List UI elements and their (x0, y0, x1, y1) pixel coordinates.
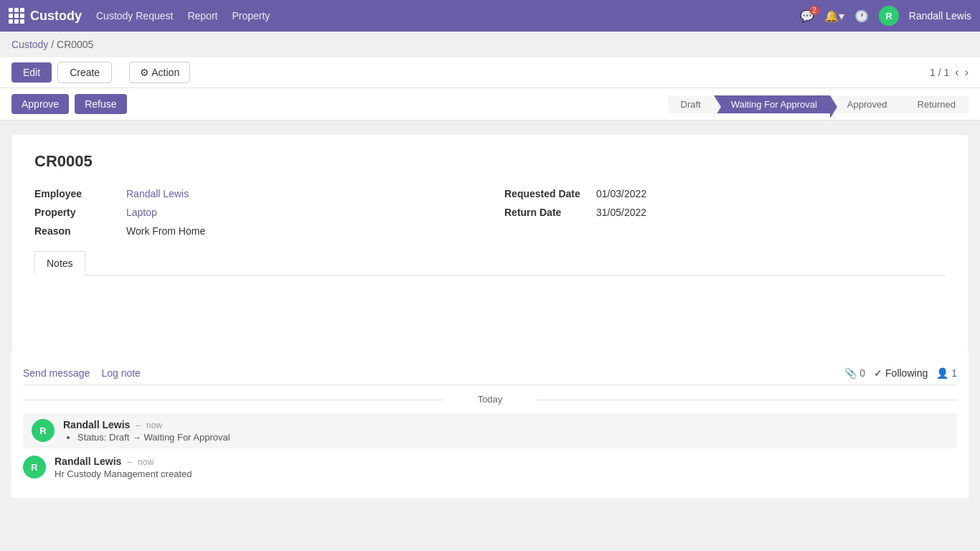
requested-date-field-row: Requested Date 01/03/2022 (504, 188, 946, 199)
breadcrumb-parent[interactable]: Custody (11, 39, 48, 50)
return-date-label: Return Date (504, 207, 590, 218)
topnav-right: 💬 2 🔔▾ 🕐 R Randall Lewis (800, 6, 971, 26)
msg-content: Randall Lewis – now Hr Custody Managemen… (55, 456, 957, 479)
status-step-waiting[interactable]: Waiting For Approval (714, 95, 830, 113)
messages-badge: 2 (809, 6, 819, 15)
followers-button[interactable]: 👤 1 (936, 367, 957, 379)
return-date-field-row: Return Date 31/05/2022 (504, 207, 946, 218)
property-label: Property (34, 207, 121, 218)
breadcrumb-current: CR0005 (57, 39, 93, 50)
requested-date-label: Requested Date (504, 188, 590, 199)
chatter-meta: 📎 0 ✓ Following 👤 1 (844, 367, 957, 379)
pagination-text: 1 / 1 (930, 67, 949, 78)
attachments-count: 0 (859, 367, 865, 379)
app-logo[interactable]: Custody (9, 8, 82, 24)
property-value[interactable]: Laptop (126, 207, 157, 218)
attachments: 📎 0 (844, 367, 865, 379)
checkmark-icon: ✓ (874, 367, 882, 379)
refuse-button[interactable]: Refuse (75, 94, 126, 114)
create-button[interactable]: Create (57, 62, 112, 83)
record-id: CR0005 (34, 152, 946, 171)
reason-value: Work From Home (126, 225, 205, 237)
following-button[interactable]: ✓ Following (874, 367, 928, 379)
today-divider: Today (23, 394, 957, 405)
toolbar: Edit Create ⚙ Action 1 / 1 ‹ › (0, 57, 980, 88)
followers-count: 1 (951, 367, 957, 379)
statusbar: Approve Refuse Draft Waiting For Approva… (0, 88, 980, 121)
msg-avatar: R (23, 456, 46, 479)
next-button[interactable]: › (965, 66, 969, 79)
employee-label: Employee (34, 188, 121, 199)
user-name: Randall Lewis (909, 10, 971, 22)
user-avatar: R (879, 6, 899, 26)
msg-body: Hr Custody Management created (55, 468, 957, 479)
log-note-button[interactable]: Log note (101, 367, 141, 379)
pagination: 1 / 1 ‹ › (930, 66, 969, 79)
msg-body: Status: Draft → Waiting For Approval (63, 432, 948, 443)
message-item: R Randall Lewis – now Hr Custody Managem… (23, 448, 957, 486)
notes-content (34, 276, 946, 333)
following-label: Following (885, 367, 928, 379)
breadcrumb-separator: / (51, 39, 57, 50)
form-card: CR0005 Employee Randall Lewis Property L… (11, 135, 969, 350)
approve-button[interactable]: Approve (11, 94, 69, 114)
return-date-value: 31/05/2022 (596, 207, 646, 218)
employee-field-row: Employee Randall Lewis (34, 188, 476, 199)
clock-icon-btn[interactable]: 🕐 (854, 9, 869, 23)
people-icon: 👤 (936, 367, 948, 379)
status-pipeline: Draft Waiting For Approval Approved Retu… (668, 95, 969, 113)
msg-name: Randall Lewis (55, 456, 121, 467)
status-step-returned[interactable]: Returned (900, 95, 969, 113)
msg-time: now (138, 457, 154, 467)
notes-tab-bar: Notes (34, 251, 946, 276)
app-name: Custody (30, 9, 82, 24)
msg-content: Randall Lewis – now Status: Draft → Wait… (63, 419, 948, 443)
status-step-approved[interactable]: Approved (830, 95, 900, 113)
msg-header: Randall Lewis – now (63, 419, 948, 430)
reason-field-row: Reason Work From Home (34, 225, 476, 237)
paperclip-icon: 📎 (844, 367, 857, 379)
chatter: Send message Log note 📎 0 ✓ Following 👤 … (11, 350, 969, 498)
notes-tab[interactable]: Notes (34, 251, 85, 276)
grid-icon (9, 8, 24, 24)
nav-report[interactable]: Report (187, 10, 217, 22)
msg-time: now (146, 420, 162, 430)
requested-date-value: 01/03/2022 (596, 188, 646, 199)
msg-name: Randall Lewis (63, 419, 130, 430)
nav-custody-request[interactable]: Custody Request (96, 10, 173, 22)
left-field-group: Employee Randall Lewis Property Laptop R… (34, 188, 476, 237)
action-button[interactable]: ⚙ Action (129, 62, 190, 83)
employee-value[interactable]: Randall Lewis (126, 188, 189, 199)
breadcrumb: Custody / CR0005 (0, 32, 980, 57)
messages-icon-btn[interactable]: 💬 2 (800, 9, 814, 23)
nav-property[interactable]: Property (232, 10, 270, 22)
main-content: CR0005 Employee Randall Lewis Property L… (0, 121, 980, 512)
status-step-draft[interactable]: Draft (668, 95, 714, 113)
prev-button[interactable]: ‹ (955, 66, 958, 79)
send-message-button[interactable]: Send message (23, 367, 90, 379)
right-field-group: Requested Date 01/03/2022 Return Date 31… (504, 188, 946, 237)
notifications-icon-btn[interactable]: 🔔▾ (824, 9, 844, 23)
reason-label: Reason (34, 225, 121, 237)
topnav-links: Custody Request Report Property (96, 10, 800, 22)
message-item: R Randall Lewis – now Status: Draft → Wa… (23, 413, 957, 448)
form-fields: Employee Randall Lewis Property Laptop R… (34, 188, 946, 237)
property-field-row: Property Laptop (34, 207, 476, 218)
edit-button[interactable]: Edit (11, 62, 52, 83)
msg-header: Randall Lewis – now (55, 456, 957, 467)
chatter-actions: Send message Log note 📎 0 ✓ Following 👤 … (23, 362, 957, 385)
msg-avatar: R (32, 419, 55, 442)
topnav: Custody Custody Request Report Property … (0, 0, 980, 32)
